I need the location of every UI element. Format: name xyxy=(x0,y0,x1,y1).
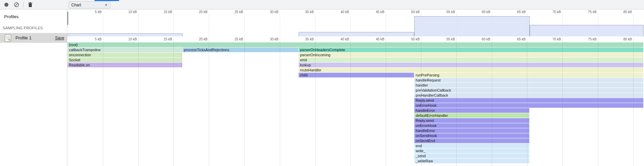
flame-bar[interactable]: handleError xyxy=(414,128,529,133)
flame-bar[interactable]: child xyxy=(299,73,414,77)
ruler-bottom-tick-label: 70 kB xyxy=(541,37,561,41)
flame-bar[interactable]: routeHandler xyxy=(299,68,643,72)
flame-bar[interactable]: callbackTrampoline xyxy=(68,47,182,52)
clear-button[interactable] xyxy=(13,1,20,8)
flame-bar-label: onSendHook xyxy=(414,134,437,138)
flame-bar[interactable]: Readable.on xyxy=(68,63,182,67)
flame-bar[interactable]: emit xyxy=(299,58,643,62)
ruler-top-tick-label: 75 kB xyxy=(576,10,597,14)
ruler-top-tick-label: 50 kB xyxy=(400,10,420,14)
ruler-top-tick-label: 40 kB xyxy=(329,10,349,14)
overview-gridline xyxy=(209,13,209,36)
flame-bar[interactable]: lookup xyxy=(299,63,643,67)
flame-bar[interactable]: parserOnHeadersComplete xyxy=(299,47,643,52)
overview-gridline xyxy=(103,13,103,36)
flame-bar[interactable]: Reply.send xyxy=(414,118,529,123)
flame-bar-label: handleRequest xyxy=(414,78,441,82)
flame-bar[interactable]: handleRequest xyxy=(414,78,643,82)
flame-bar[interactable]: onErrorHook xyxy=(414,123,529,128)
sidebar-item-profile-1[interactable]: % Profile 1 Save xyxy=(0,33,67,43)
flame-bar[interactable]: preHandlerCallback xyxy=(414,93,643,98)
flame-bar[interactable]: end xyxy=(414,143,529,148)
flame-bar[interactable]: parserOnIncoming xyxy=(299,53,643,57)
ruler-top-tick-label: 5 kB xyxy=(81,10,102,14)
flame-bar-label: handleError xyxy=(414,108,435,112)
ruler-bottom-tick-label: 60 kB xyxy=(470,37,490,41)
flame-bar[interactable]: handleError xyxy=(414,108,529,113)
flame-bar-label: handler xyxy=(414,83,428,87)
flame-bar-label: processTicksAndRejections xyxy=(183,48,229,52)
ruler-bottom-tick-label: 40 kB xyxy=(329,37,349,41)
ruler-top-tick-label: 10 kB xyxy=(117,10,137,14)
ruler-bottom-tick-label: 30 kB xyxy=(258,37,278,41)
flame-bar-label: Reply.send xyxy=(414,119,434,123)
ruler-bottom-tick-label: 75 kB xyxy=(576,37,597,41)
flame-bar[interactable]: defaultErrorHandler xyxy=(414,113,529,118)
ruler-top-tick-label: 60 kB xyxy=(470,10,490,14)
flame-bar[interactable]: (root) xyxy=(68,42,643,47)
flame-bar-label: Reply.send xyxy=(414,98,434,102)
view-mode-select[interactable]: Chart ▼ xyxy=(69,1,110,8)
flame-bar[interactable]: processTicksAndRejections xyxy=(183,47,298,52)
flame-gridline xyxy=(280,38,280,166)
ruler-top-tick-label: 30 kB xyxy=(258,10,278,14)
flame-bar[interactable]: preValidationCallback xyxy=(414,88,643,93)
flame-bar[interactable]: onSendEnd xyxy=(414,138,529,143)
overview-area-segment[interactable] xyxy=(68,33,183,36)
flame-bar-label: end xyxy=(414,144,422,148)
flame-bar-label: runPreParsing xyxy=(414,73,439,77)
toolbar: Chart ▼ xyxy=(0,0,644,9)
flame-bar-label: routeHandler xyxy=(299,68,321,72)
ruler-bottom-tick-label: 25 kB xyxy=(223,37,243,41)
ruler-bottom-tick-label: 50 kB xyxy=(400,37,420,41)
profile-icon: % xyxy=(5,34,11,42)
flame-bar[interactable]: Reply.send xyxy=(414,98,643,103)
flame-bar-label: onSendEnd xyxy=(414,139,435,143)
ruler-bottom-tick-label: 55 kB xyxy=(435,37,455,41)
flame-bar[interactable]: runPreParsing xyxy=(414,73,643,77)
record-button[interactable] xyxy=(3,1,10,8)
ruler-bottom-tick-label: 45 kB xyxy=(364,37,384,41)
overview-gridline xyxy=(244,13,245,36)
scrollbar-thumb[interactable] xyxy=(67,11,68,25)
delete-profile-button[interactable] xyxy=(27,1,34,8)
ruler-top-tick-label: 45 kB xyxy=(364,10,384,14)
flame-bar[interactable]: onSendHook xyxy=(414,133,529,138)
ruler-bottom-tick-label: 20 kB xyxy=(187,37,207,41)
flame-bar-label: preValidationCallback xyxy=(414,88,451,92)
flame-bar-label: parserOnHeadersComplete xyxy=(299,48,345,52)
view-mode-label: Chart xyxy=(71,3,81,7)
flame-bar-label: (root) xyxy=(68,43,78,47)
flame-bar[interactable]: handler xyxy=(414,83,643,88)
flame-bar-label: handleError xyxy=(414,129,435,133)
flame-bar-label: onconnection xyxy=(68,53,91,57)
flame-bar[interactable]: onErrorHook xyxy=(414,103,643,108)
flame-chart-panel: 5 kB5 kB10 kB10 kB15 kB15 kB20 kB20 kB25… xyxy=(67,9,644,166)
flame-bar[interactable]: Socket xyxy=(68,58,182,62)
ruler-top-tick-label: 55 kB xyxy=(435,10,455,14)
flame-bar-label: _writeRaw xyxy=(414,159,433,163)
flame-bar[interactable]: _send xyxy=(414,154,529,158)
flame-bar-label: preHandlerCallback xyxy=(414,93,448,97)
active-tab-underline xyxy=(94,0,119,1)
overview-area-segment[interactable] xyxy=(414,16,530,36)
ruler-top-tick-label: 70 kB xyxy=(541,10,561,14)
flame-bar[interactable]: _writeRaw xyxy=(414,159,529,163)
flame-bar-label: child xyxy=(299,73,308,77)
flame-bar-label: callbackTrampoline xyxy=(68,48,101,52)
flame-bar[interactable]: write_ xyxy=(414,148,529,153)
overview-gridline xyxy=(174,13,174,36)
sidebar: Profiles SAMPLING PROFILES % Profile 1 S… xyxy=(0,9,67,166)
profile-name: Profile 1 xyxy=(15,35,55,40)
flame-bar-label: Socket xyxy=(68,58,80,62)
overview-area-segment[interactable] xyxy=(530,25,644,36)
flame-gridline xyxy=(209,38,209,166)
overview-area-segment[interactable] xyxy=(299,32,414,36)
ruler-top-tick-label: 15 kB xyxy=(152,10,172,14)
ruler-top-tick-label: 20 kB xyxy=(187,10,207,14)
overview-gridline xyxy=(138,13,139,36)
ruler-top-tick-label: 35 kB xyxy=(294,10,314,14)
flame-bar[interactable]: onconnection xyxy=(68,53,182,57)
flame-bar-label: onErrorHook xyxy=(414,103,437,107)
save-link[interactable]: Save xyxy=(55,36,64,40)
